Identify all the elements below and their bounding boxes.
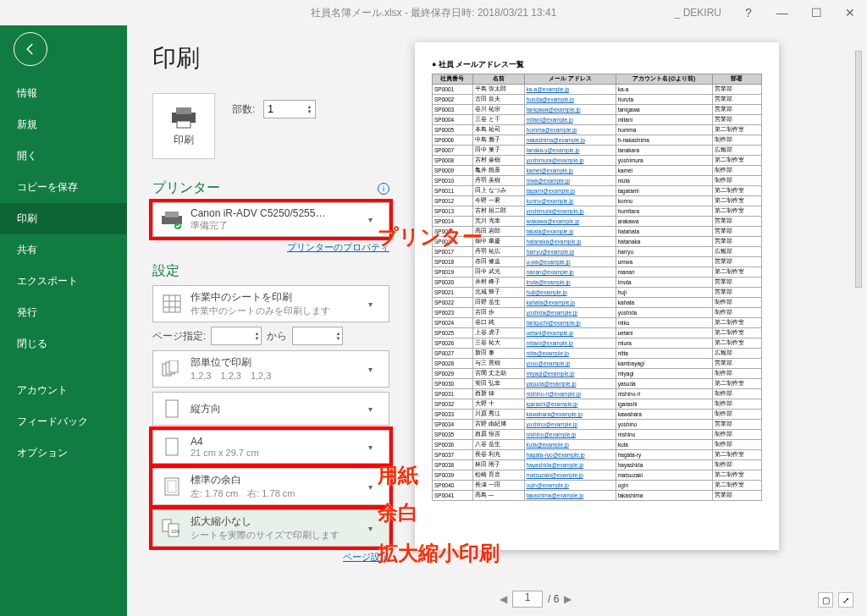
page-from-label: ページ指定: <box>152 329 206 344</box>
settings-section-label: 設定 <box>152 262 389 280</box>
margins-dropdown[interactable]: 標準の余白左: 1.78 cm 右: 1.78 cm ▾ <box>152 468 389 505</box>
help-button[interactable]: ? <box>732 0 765 25</box>
margins-icon <box>160 475 184 498</box>
current-page-input[interactable]: 1 <box>512 591 543 608</box>
svg-rect-4 <box>165 212 179 217</box>
nav-print[interactable]: 印刷 <box>0 203 127 234</box>
collate-icon <box>160 357 184 381</box>
scaling-dropdown[interactable]: 100 拡大縮小なしシートを実際のサイズで印刷します ▾ <box>152 509 389 547</box>
printer-icon <box>169 106 198 129</box>
copies-label: 部数: <box>232 102 255 117</box>
page-title: 印刷 <box>152 42 389 74</box>
print-what-dropdown[interactable]: 作業中のシートを印刷作業中のシートのみを印刷します ▾ <box>152 285 389 322</box>
collate-dropdown[interactable]: 部単位で印刷1,2,3 1,2,3 1,2,3 ▾ <box>152 350 389 388</box>
orientation-dropdown[interactable]: 縦方向 ▾ <box>152 392 389 426</box>
svg-rect-1 <box>176 107 191 114</box>
page-to-label: から <box>267 329 287 344</box>
titlebar: 社員名簿メール.xlsx - 最終保存日時: 2018/03/21 13:41 … <box>0 0 867 25</box>
page-navigator: ◀ 1 / 6 ▶ <box>500 591 572 608</box>
nav-save-copy[interactable]: コピーを保存 <box>0 172 127 203</box>
backstage-sidebar: 情報 新規 開く コピーを保存 印刷 共有 エクスポート 発行 閉じる アカウン… <box>0 25 127 616</box>
printer-properties-link[interactable]: プリンターのプロパティ <box>152 241 389 254</box>
close-button[interactable]: ✕ <box>833 0 867 25</box>
svg-rect-2 <box>177 121 191 128</box>
nav-export[interactable]: エクスポート <box>0 266 127 297</box>
page-to-input[interactable]: ▲▼ <box>292 327 343 345</box>
paper-size-dropdown[interactable]: A421 cm x 29.7 cm ▾ <box>152 430 389 464</box>
nav-share[interactable]: 共有 <box>0 234 127 266</box>
scaling-icon: 100 <box>160 516 184 540</box>
vertical-scrollbar[interactable] <box>855 51 862 288</box>
printer-dropdown[interactable]: Canon iR-ADV C5250/5255… 準備完了 ▾ <box>152 202 389 237</box>
next-page-button[interactable]: ▶ <box>564 593 572 605</box>
back-button[interactable] <box>14 32 47 66</box>
printer-section-label: プリンター i <box>152 179 389 197</box>
portrait-icon <box>160 397 184 421</box>
print-preview: ● 社員 メールアドレス一覧 社員番号名前メール アドレスアカウント名(@より前… <box>415 42 779 550</box>
maximize-button[interactable]: ☐ <box>799 0 833 25</box>
prev-page-button[interactable]: ◀ <box>500 593 507 605</box>
print-button[interactable]: 印刷 <box>152 93 215 159</box>
user-name[interactable]: _ DEKIRU <box>675 7 721 19</box>
svg-rect-15 <box>166 438 178 455</box>
zoom-to-page-button[interactable]: ⤢ <box>838 592 853 608</box>
nav-publish[interactable]: 発行 <box>0 297 127 328</box>
preview-doc-title: ● 社員 メールアドレス一覧 <box>432 59 762 70</box>
window-title: 社員名簿メール.xlsx - 最終保存日時: 2018/03/21 13:41 <box>311 6 557 20</box>
page-from-input[interactable]: ▲▼ <box>211 327 262 345</box>
svg-rect-6 <box>163 295 180 312</box>
svg-rect-13 <box>169 360 178 372</box>
show-margins-button[interactable]: ▢ <box>818 592 833 608</box>
page-setup-link[interactable]: ページ設定 <box>152 551 389 564</box>
preview-table: 社員番号名前メール アドレスアカウント名(@より前)部署SP0001平島 弥太郎… <box>432 74 762 501</box>
nav-new[interactable]: 新規 <box>0 109 127 140</box>
nav-open[interactable]: 開く <box>0 140 127 172</box>
nav-feedback[interactable]: フィードバック <box>0 406 127 437</box>
nav-info[interactable]: 情報 <box>0 78 127 109</box>
nav-options[interactable]: オプション <box>0 437 127 469</box>
printer-device-icon <box>160 208 184 232</box>
chevron-down-icon: ▾ <box>368 215 382 224</box>
print-panel: 印刷 印刷 部数: 1 ▲▼ プリンター i <box>127 25 867 616</box>
nav-account[interactable]: アカウント <box>0 375 127 406</box>
print-button-label: 印刷 <box>174 133 194 147</box>
nav-close[interactable]: 閉じる <box>0 328 127 360</box>
svg-rect-14 <box>166 400 178 417</box>
page-total: / 6 <box>548 593 559 605</box>
paper-icon <box>160 435 184 459</box>
minimize-button[interactable]: — <box>765 0 799 25</box>
info-icon[interactable]: i <box>378 183 389 195</box>
svg-text:100: 100 <box>171 529 180 534</box>
sheet-icon <box>160 292 184 316</box>
copies-input[interactable]: 1 ▲▼ <box>263 100 316 118</box>
